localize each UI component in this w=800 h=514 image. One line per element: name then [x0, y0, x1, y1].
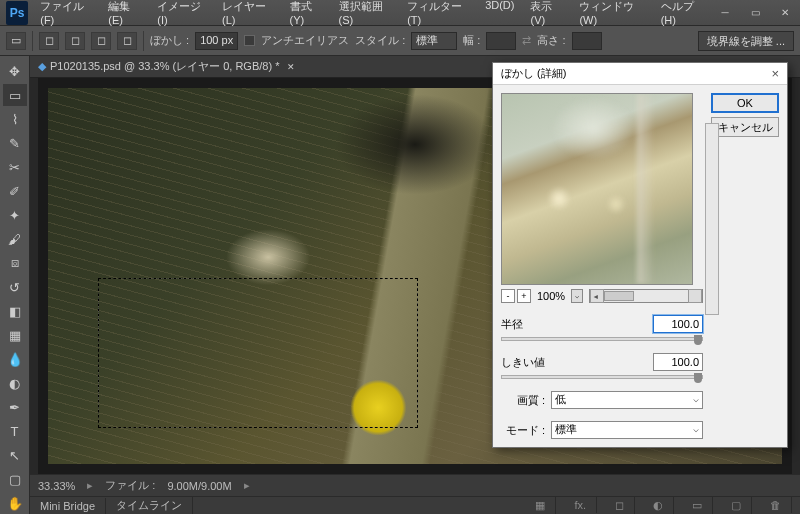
- main-menu: ファイル(F) 編集(E) イメージ(I) レイヤー(L) 書式(Y) 選択範囲…: [34, 0, 710, 29]
- file-info-value: 9.00M/9.00M: [167, 480, 231, 492]
- folder-icon[interactable]: ▭: [682, 497, 713, 514]
- mask-icon[interactable]: ◻: [605, 497, 635, 514]
- app-logo: Ps: [6, 1, 28, 25]
- threshold-input[interactable]: [653, 353, 703, 371]
- move-tool-icon[interactable]: ✥: [3, 60, 27, 82]
- dodge-tool-icon[interactable]: ◐: [3, 372, 27, 394]
- eyedropper-tool-icon[interactable]: ✐: [3, 180, 27, 202]
- shape-tool-icon[interactable]: ▢: [3, 468, 27, 490]
- tool-preset-icon[interactable]: ▭: [6, 32, 26, 50]
- menu-file[interactable]: ファイル(F): [34, 0, 98, 29]
- menu-3d[interactable]: 3D(D): [479, 0, 520, 29]
- quality-label: 画質 :: [501, 393, 545, 408]
- type-tool-icon[interactable]: T: [3, 420, 27, 442]
- maximize-button[interactable]: ▭: [740, 3, 770, 23]
- antialias-label: アンチエイリアス: [261, 33, 349, 48]
- radius-slider[interactable]: [501, 337, 703, 341]
- path-select-icon[interactable]: ↖: [3, 444, 27, 466]
- antialias-checkbox[interactable]: [244, 35, 255, 46]
- zoom-out-button[interactable]: -: [501, 289, 515, 303]
- bottom-panels-bar: Mini Bridge タイムライン ▦ fx. ◻ ◐ ▭ ▢ 🗑: [30, 496, 800, 514]
- feather-input[interactable]: 100 px: [195, 32, 238, 50]
- gradient-tool-icon[interactable]: ▦: [3, 324, 27, 346]
- marquee-tool-icon[interactable]: ▭: [3, 84, 27, 106]
- menu-filter[interactable]: フィルター(T): [401, 0, 475, 29]
- menu-select[interactable]: 選択範囲(S): [333, 0, 398, 29]
- fx-icon[interactable]: fx.: [564, 497, 597, 513]
- menu-image[interactable]: イメージ(I): [151, 0, 212, 29]
- intersect-selection-icon[interactable]: ◻: [117, 32, 137, 50]
- width-label: 幅 :: [463, 33, 480, 48]
- options-bar: ▭ ◻ ◻ ◻ ◻ ぼかし : 100 px アンチエイリアス スタイル : 標…: [0, 26, 800, 56]
- status-bar: 33.33% ▸ ファイル : 9.00M/9.00M ▸: [30, 474, 800, 496]
- history-brush-icon[interactable]: ↺: [3, 276, 27, 298]
- crop-tool-icon[interactable]: ✂: [3, 156, 27, 178]
- dialog-close-icon[interactable]: ×: [771, 66, 779, 81]
- minimize-button[interactable]: ─: [710, 3, 740, 23]
- new-icon[interactable]: ▢: [721, 497, 752, 514]
- mode-label: モード :: [501, 423, 545, 438]
- quick-select-tool-icon[interactable]: ✎: [3, 132, 27, 154]
- radius-label: 半径: [501, 317, 545, 332]
- height-input[interactable]: [572, 32, 602, 50]
- add-selection-icon[interactable]: ◻: [65, 32, 85, 50]
- lasso-tool-icon[interactable]: ⌇: [3, 108, 27, 130]
- menu-type[interactable]: 書式(Y): [284, 0, 329, 29]
- stamp-tool-icon[interactable]: ⧇: [3, 252, 27, 274]
- hand-tool-icon[interactable]: ✋: [3, 492, 27, 514]
- zoom-in-button[interactable]: +: [517, 289, 531, 303]
- pen-tool-icon[interactable]: ✒: [3, 396, 27, 418]
- height-label: 高さ :: [537, 33, 565, 48]
- menu-window[interactable]: ウィンドウ(W): [573, 0, 650, 29]
- threshold-label: しきい値: [501, 355, 545, 370]
- quality-select[interactable]: 低: [551, 391, 703, 409]
- mini-bridge-tab[interactable]: Mini Bridge: [30, 498, 106, 514]
- menu-edit[interactable]: 編集(E): [102, 0, 147, 29]
- preview-zoom-value: 100%: [533, 290, 569, 302]
- titlebar: Ps ファイル(F) 編集(E) イメージ(I) レイヤー(L) 書式(Y) 選…: [0, 0, 800, 26]
- blur-tool-icon[interactable]: 💧: [3, 348, 27, 370]
- document-title: P1020135.psd @ 33.3% (レイヤー 0, RGB/8) *: [50, 59, 279, 74]
- panel-icon[interactable]: ▦: [525, 497, 556, 514]
- tools-panel: ✥ ▭ ⌇ ✎ ✂ ✐ ✦ 🖌 ⧇ ↺ ◧ ▦ 💧 ◐ ✒ T ↖ ▢ ✋ 🔍: [0, 56, 30, 514]
- menu-layer[interactable]: レイヤー(L): [216, 0, 280, 29]
- adjustment-icon[interactable]: ◐: [643, 497, 674, 514]
- file-info-label: ファイル :: [105, 478, 155, 493]
- healing-tool-icon[interactable]: ✦: [3, 204, 27, 226]
- dialog-titlebar[interactable]: ぼかし (詳細) ×: [493, 63, 787, 85]
- style-label: スタイル :: [355, 33, 405, 48]
- preview-hscroll[interactable]: ◄►: [589, 289, 703, 303]
- subtract-selection-icon[interactable]: ◻: [91, 32, 111, 50]
- ok-button[interactable]: OK: [711, 93, 779, 113]
- feather-label: ぼかし :: [150, 33, 189, 48]
- cancel-button[interactable]: キャンセル: [711, 117, 779, 137]
- dialog-title: ぼかし (詳細): [501, 66, 566, 81]
- preview-vscroll[interactable]: [705, 123, 719, 315]
- window-controls: ─ ▭ ✕: [710, 3, 800, 23]
- menu-view[interactable]: 表示(V): [524, 0, 569, 29]
- close-window-button[interactable]: ✕: [770, 3, 800, 23]
- eraser-tool-icon[interactable]: ◧: [3, 300, 27, 322]
- zoom-level[interactable]: 33.33%: [38, 480, 75, 492]
- mode-select[interactable]: 標準: [551, 421, 703, 439]
- selection-marquee: [98, 278, 418, 428]
- radius-input[interactable]: [653, 315, 703, 333]
- timeline-tab[interactable]: タイムライン: [106, 496, 193, 514]
- brush-tool-icon[interactable]: 🖌: [3, 228, 27, 250]
- zoom-dropdown-icon[interactable]: ⌵: [571, 289, 583, 303]
- trash-icon[interactable]: 🗑: [760, 497, 792, 513]
- refine-edge-button[interactable]: 境界線を調整 ...: [698, 31, 794, 51]
- style-select[interactable]: 標準: [411, 32, 457, 50]
- smart-blur-dialog: ぼかし (詳細) × - + 100% ⌵ ◄► 半径 しきい値 画質 : 低 …: [492, 62, 788, 448]
- width-input[interactable]: [486, 32, 516, 50]
- close-tab-icon[interactable]: ✕: [287, 62, 295, 72]
- threshold-slider[interactable]: [501, 375, 703, 379]
- new-selection-icon[interactable]: ◻: [39, 32, 59, 50]
- preview-image[interactable]: [501, 93, 693, 285]
- menu-help[interactable]: ヘルプ(H): [655, 0, 710, 29]
